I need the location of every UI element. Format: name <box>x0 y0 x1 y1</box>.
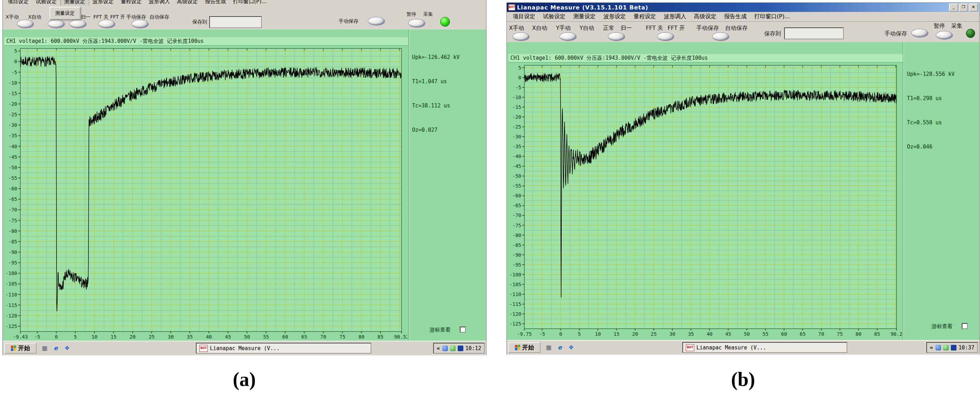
tray-network-icon[interactable] <box>935 345 941 351</box>
readout-oz: Oz=0.027 <box>412 126 460 134</box>
menu-item[interactable]: 量程设定 <box>630 12 660 21</box>
channel-info-text: CH1 voltage1: 600.000kV 分压器:1943.000V/V … <box>6 38 204 44</box>
quick-launch-icon-1[interactable]: ▦ <box>545 343 552 352</box>
tray-expand-icon[interactable]: « <box>437 345 440 352</box>
quick-launch-icon-2[interactable]: e <box>556 343 564 352</box>
cursor-view-label: 游标查看 <box>430 327 451 333</box>
menu-item[interactable]: 报告生成 <box>202 0 229 6</box>
svg-text:5: 5 <box>14 48 17 54</box>
toggle-button[interactable] <box>132 20 148 28</box>
svg-text:-125: -125 <box>509 321 521 327</box>
svg-text:-80: -80 <box>512 233 521 238</box>
pause-label: 暂停 <box>406 11 416 18</box>
toggle-button[interactable] <box>98 20 115 28</box>
menubar: 项目设定试验设定测量设定波形设定量程设定波形调入高级设定报告生成打印窗口(P).… <box>4 0 270 6</box>
taskbar-b: 开始 ▦ e ❖ BHT Lianapac Measure (V... « 10… <box>507 340 979 355</box>
svg-text:-5: -5 <box>539 331 545 337</box>
toggle-button[interactable] <box>560 32 576 41</box>
menu-item[interactable]: 波形调入 <box>660 12 690 21</box>
taskbar-task-button[interactable]: BHT Lianapac Measure (V... <box>682 342 847 353</box>
menu-item[interactable]: 打印窗口(P)... <box>229 0 270 6</box>
svg-text:-30: -30 <box>512 134 521 139</box>
quick-launch-icon-2[interactable]: e <box>52 344 60 352</box>
start-button[interactable]: 开始 <box>508 342 541 353</box>
save-path-input[interactable] <box>209 16 262 28</box>
toggle-button[interactable] <box>657 32 674 41</box>
svg-text:-60: -60 <box>8 186 17 191</box>
manual-save-button[interactable] <box>368 17 385 25</box>
menu-item[interactable]: 高级设定 <box>690 12 720 21</box>
tray-app-icon[interactable] <box>458 346 463 351</box>
waveform-plot-a: 50-5-10-15-20-25-30-35-40-45-50-55-60-65… <box>4 46 407 341</box>
toolbar-label: FFT 关 <box>646 25 663 32</box>
svg-text:-10: -10 <box>512 94 521 100</box>
menu-item[interactable]: 项目设定 <box>4 0 32 6</box>
quick-launch-icon-3[interactable]: ❖ <box>63 344 71 352</box>
cursor-view-checkbox[interactable] <box>460 327 466 333</box>
svg-text:-70: -70 <box>512 212 521 218</box>
task-app-label: Lianapac Measure (V... <box>210 345 280 352</box>
svg-text:5: 5 <box>578 331 581 337</box>
title-bar[interactable]: BHT Lianapac Measure (V3.15.1.101 Beta) … <box>507 3 979 12</box>
taskbar-task-button[interactable]: BHT Lianapac Measure (V... <box>196 343 371 354</box>
toggle-button[interactable] <box>608 32 625 41</box>
pause-acquire-toggle[interactable] <box>936 31 953 39</box>
save-path-input[interactable] <box>784 27 844 39</box>
svg-text:85: 85 <box>378 334 383 339</box>
menu-item[interactable]: 试验设定 <box>32 0 60 6</box>
toggle-button[interactable] <box>712 32 729 41</box>
restore-button[interactable]: ❐ <box>959 3 968 11</box>
svg-text:-120: -120 <box>509 311 521 317</box>
taskbar-a: 开始 ▦ e ❖ BHT Lianapac Measure (V... « 10… <box>3 341 486 355</box>
quick-launch-icon-3[interactable]: ❖ <box>567 343 575 352</box>
toggle-button[interactable] <box>48 20 65 28</box>
menu-item[interactable]: 报告生成 <box>720 12 751 21</box>
svg-text:0: 0 <box>519 75 521 80</box>
toggle-button[interactable] <box>17 20 34 28</box>
pause-acquire-toggle[interactable] <box>408 19 425 27</box>
svg-text:-10: -10 <box>8 80 17 86</box>
taskbar-clock: 10:37 <box>959 344 974 351</box>
menu-item[interactable]: 波形设定 <box>89 0 117 6</box>
cursor-view-checkbox[interactable] <box>962 323 968 329</box>
svg-text:-120: -120 <box>5 313 17 319</box>
readout-oz: Oz=0.046 <box>907 143 955 151</box>
close-button[interactable]: × <box>969 3 978 11</box>
menu-item[interactable]: 试验设定 <box>539 12 570 21</box>
svg-text:55: 55 <box>263 334 269 339</box>
svg-text:-20: -20 <box>512 114 521 120</box>
manual-save-button[interactable] <box>911 29 928 37</box>
panel-divider <box>903 42 904 340</box>
menu-dropdown-item[interactable]: 测量设定 <box>55 10 75 16</box>
tray-app-icon[interactable] <box>951 345 956 351</box>
menu-item[interactable]: 波形设定 <box>600 12 630 21</box>
menu-item[interactable]: 高级设定 <box>173 0 202 6</box>
svg-text:-45: -45 <box>8 154 17 160</box>
tray-status-icon[interactable] <box>450 346 456 351</box>
readout-tc: Tc=0.550 us <box>907 119 955 127</box>
menu-item[interactable]: 项目设定 <box>509 12 539 21</box>
tray-status-icon[interactable] <box>943 345 949 351</box>
menu-item[interactable]: 波形调入 <box>145 0 173 6</box>
toggle-button[interactable] <box>512 32 529 41</box>
open-menu-panel[interactable]: 测量设定 <box>49 7 80 20</box>
start-button[interactable]: 开始 <box>4 343 37 354</box>
tray-network-icon[interactable] <box>442 346 448 351</box>
svg-text:40: 40 <box>706 331 713 337</box>
menu-item[interactable]: 测量设定 <box>570 12 600 21</box>
toggle-button[interactable] <box>70 20 86 28</box>
quick-launch-icon-1[interactable]: ▦ <box>41 344 48 352</box>
toolbar-label: 归一 <box>620 25 632 32</box>
readout-upk: Upk=-128.556 kV <box>907 70 955 78</box>
svg-text:40: 40 <box>206 334 212 339</box>
menu-item[interactable]: 量程设定 <box>117 0 145 6</box>
save-to-label: 保存到 <box>764 30 781 38</box>
menu-item[interactable]: 测量设定 <box>60 0 89 6</box>
svg-text:-75: -75 <box>512 223 521 228</box>
windows-logo-icon <box>11 345 16 351</box>
minimize-button[interactable]: _ <box>949 3 958 11</box>
menu-item[interactable]: 打印窗口(P)... <box>751 12 794 21</box>
tray-expand-icon[interactable]: « <box>930 344 933 351</box>
svg-text:-25: -25 <box>512 124 521 129</box>
channel-info-text: CH1 voltage1: 600.000kV 分压器:1943.000V/V … <box>511 55 708 61</box>
